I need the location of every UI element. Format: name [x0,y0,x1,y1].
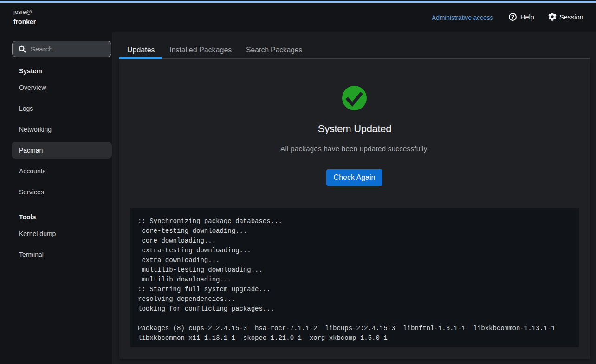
svg-text:?: ? [511,13,515,20]
